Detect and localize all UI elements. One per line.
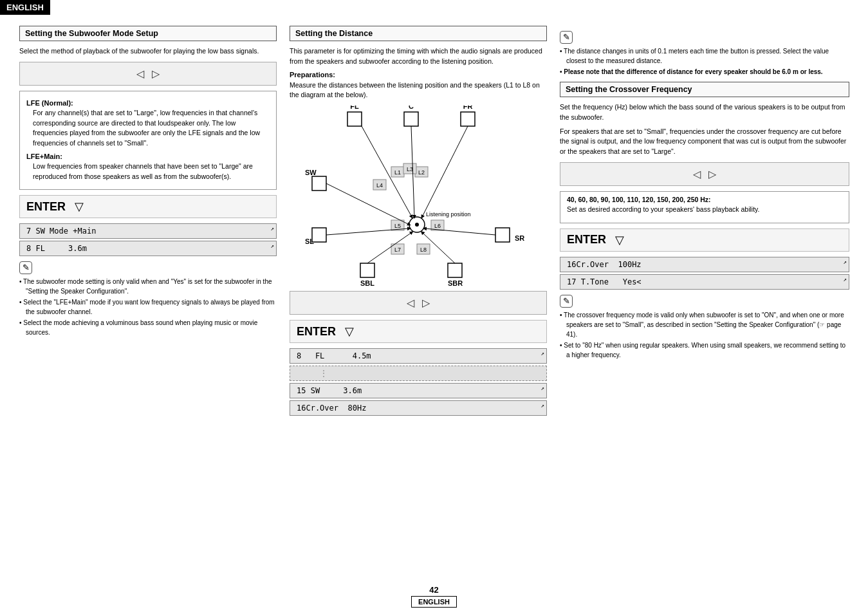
left-arrow-icon: ◁ [136, 68, 144, 80]
svg-line-38 [326, 228, 409, 235]
dist-display-dots: ⋮ [290, 366, 547, 381]
svg-line-40 [367, 232, 412, 263]
subwoofer-mode-intro: Select the method of playback of the sub… [19, 46, 277, 57]
crossover-section-title-box: Setting the Crossover Frequency [560, 82, 849, 97]
crossover-nav-arrows: ◁ ▷ [560, 162, 849, 186]
note-icon-left: ✎ [19, 261, 32, 274]
dist-display-1: 8 FL 4.5m ↗ [290, 348, 547, 364]
down-arrow-icon: ▽ [75, 200, 84, 214]
svg-text:L5: L5 [394, 223, 401, 229]
subwoofer-nav-arrows: ◁ ▷ [19, 62, 277, 86]
speaker-svg: FL C FR SW SL SR SBL [296, 106, 540, 286]
dist-right-arrow: ▷ [422, 297, 430, 309]
cross-down-arrow: ▽ [615, 233, 624, 247]
svg-text:C: C [409, 106, 414, 110]
svg-text:SBL: SBL [360, 279, 374, 286]
svg-rect-6 [312, 176, 326, 191]
footer-lang-tag: ENGLISH [411, 596, 457, 608]
svg-text:SL: SL [305, 237, 314, 245]
subwoofer-enter-box: ENTER ▽ [19, 195, 277, 218]
dist-enter-label: ENTER [297, 325, 336, 339]
crossover-notes: ✎ • The crossover frequency mode is vali… [560, 295, 849, 360]
distance-title: Setting the Distance [295, 29, 541, 38]
crossover-title: Setting the Crossover Frequency [566, 85, 844, 94]
svg-text:SBR: SBR [448, 279, 463, 286]
crossover-intro-1: Set the frequency (Hz) below which the b… [560, 102, 849, 123]
svg-line-36 [422, 126, 468, 217]
svg-text:L6: L6 [434, 223, 441, 229]
right-column: ✎ • The distance changes in units of 0.1… [553, 26, 856, 418]
dist-dots: ⋮ [297, 369, 328, 378]
display-text-fl: 8 FL 3.6m [26, 244, 87, 253]
subwoofer-mode-section-title: Setting the Subwoofer Mode Setup [19, 26, 277, 41]
preparations-heading: Preparations: [290, 71, 547, 79]
cross-display-2: 17 T.Tone Yes< ↗ [560, 274, 849, 290]
dist-display-text-3: 16Cr.Over 80Hz [297, 404, 366, 413]
corner-mark-c2: ↗ [844, 276, 847, 283]
distance-section-title-box: Setting the Distance [290, 26, 547, 41]
svg-text:L8: L8 [420, 247, 427, 253]
svg-text:SW: SW [305, 169, 317, 176]
cross-display-text-2: 17 T.Tone Yes< [567, 277, 642, 286]
svg-text:L1: L1 [394, 169, 401, 176]
subwoofer-mode-title: Setting the Subwoofer Mode Setup [25, 29, 271, 38]
svg-text:L4: L4 [376, 182, 383, 189]
cross-enter-label: ENTER [567, 233, 606, 247]
svg-text:L7: L7 [394, 247, 401, 253]
svg-rect-4 [461, 112, 475, 126]
dist-display-3: 16Cr.Over 80Hz ↗ [290, 400, 547, 416]
corner-mark-d3: ↗ [541, 402, 544, 409]
cross-right-arrow: ▷ [708, 168, 716, 180]
svg-rect-12 [360, 263, 374, 277]
note-icon-right-bottom: ✎ [560, 295, 573, 308]
corner-mark: ↗ [271, 225, 274, 232]
note-1: • The subwoofer mode setting is only val… [19, 277, 277, 296]
page-number: 42 [0, 585, 868, 595]
cross-display-1: 16Cr.Over 100Hz ↗ [560, 257, 849, 272]
enter-label: ENTER [26, 200, 66, 214]
svg-rect-2 [404, 112, 418, 126]
note-3: • Select the mode achieving a voluminous… [19, 318, 277, 337]
svg-rect-14 [448, 263, 462, 277]
left-column: Setting the Subwoofer Mode Setup Select … [13, 26, 283, 418]
hz-list-box: 40, 60, 80, 90, 100, 110, 120, 150, 200,… [560, 191, 849, 223]
note-icon-right-top: ✎ [560, 31, 573, 44]
distance-notes-top: ✎ • The distance changes in units of 0.1… [560, 31, 849, 77]
cross-note-1: • The crossover frequency mode is valid … [560, 310, 849, 339]
svg-line-39 [425, 228, 495, 235]
subwoofer-notes: ✎ • The subwoofer mode setting is only v… [19, 261, 277, 337]
distance-nav-arrows: ◁ ▷ [290, 291, 547, 315]
dist-display-2: 15 SW 3.6m ↗ [290, 383, 547, 398]
right-note-1: • The distance changes in units of 0.1 m… [560, 46, 849, 66]
lfe-normal-heading: LFE (Normal): [26, 99, 270, 107]
svg-text:FL: FL [350, 106, 359, 110]
mid-column: Setting the Distance This parameter is f… [283, 26, 553, 418]
language-tag: ENGLISH [0, 0, 50, 15]
crossover-intro-2: For speakers that are set to "Small", fr… [560, 127, 849, 157]
corner-mark-c1: ↗ [844, 259, 847, 265]
crossover-enter-box: ENTER ▽ [560, 228, 849, 252]
display-row-swmode: 7 SW Mode +Main ↗ [19, 223, 277, 239]
distance-enter-box: ENTER ▽ [290, 320, 547, 343]
hz-list-heading: 40, 60, 80, 90, 100, 110, 120, 150, 200,… [567, 196, 842, 203]
dist-display-text-1: 8 FL 4.5m [297, 351, 371, 360]
svg-text:Listening position: Listening position [426, 211, 471, 218]
display-text-swmode: 7 SW Mode +Main [26, 227, 96, 236]
dist-down-arrow: ▽ [345, 324, 354, 339]
cross-display-text-1: 16Cr.Over 100Hz [567, 260, 642, 269]
corner-mark-d1: ↗ [541, 350, 544, 357]
right-note-2: • Please note that the difference of dis… [560, 67, 849, 77]
svg-text:L3: L3 [407, 166, 413, 172]
page-footer: 42 ENGLISH [0, 585, 868, 608]
speaker-diagram: FL C FR SW SL SR SBL [296, 106, 540, 286]
note-2: • Select the "LFE+Main" mode if you want… [19, 297, 277, 317]
prep-text: Measure the distances between the listen… [290, 80, 547, 101]
lfe-modes-box: LFE (Normal): For any channel(s) that ar… [19, 91, 277, 191]
hz-list-text: Set as desired according to your speaker… [567, 205, 842, 215]
svg-text:FR: FR [463, 106, 473, 110]
svg-rect-8 [312, 228, 326, 242]
lfe-main-text: Low frequencies from speaker channels th… [26, 162, 270, 182]
dist-left-arrow: ◁ [407, 297, 414, 309]
svg-text:SR: SR [515, 234, 524, 242]
svg-rect-0 [347, 112, 362, 126]
